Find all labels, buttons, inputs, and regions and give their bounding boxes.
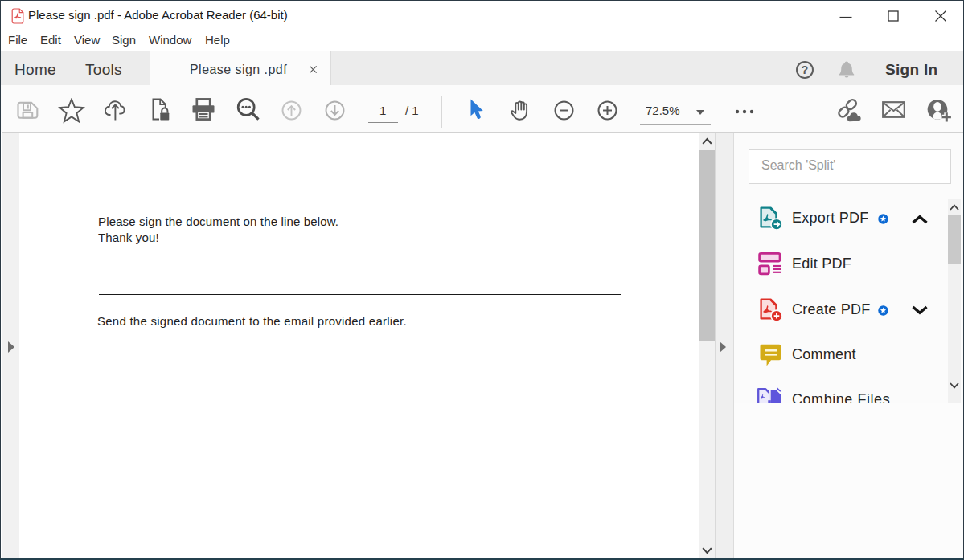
- svg-text:?: ?: [802, 63, 809, 76]
